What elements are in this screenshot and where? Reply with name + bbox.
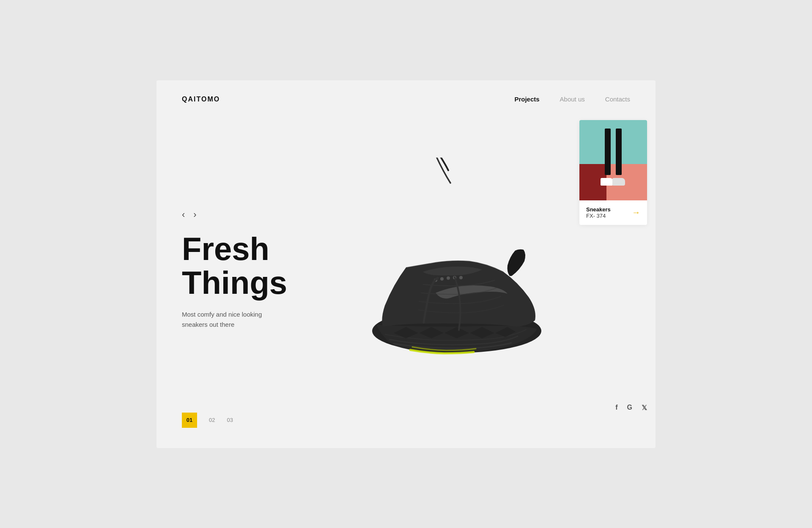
nav-contacts[interactable]: Contacts: [605, 96, 630, 103]
product-card[interactable]: Sneakers FX- 374 →: [579, 120, 647, 225]
shoe-display-area: [334, 103, 579, 437]
nav-about[interactable]: About us: [560, 96, 585, 103]
logo: QAITOMO: [182, 96, 220, 103]
hero-description: Most comfy and nice looking sneakers out…: [182, 309, 283, 330]
prev-arrow[interactable]: ‹: [182, 210, 185, 219]
carousel-arrows: ‹ ›: [182, 210, 334, 219]
header: QAITOMO Projects About us Contacts: [156, 80, 656, 103]
product-card-image: [579, 120, 647, 200]
product-card-model: FX- 374: [586, 213, 611, 219]
nav-projects[interactable]: Projects: [514, 96, 539, 103]
left-panel: ‹ › FreshThings Most comfy and nice look…: [156, 103, 334, 437]
social-icons: f G 𝕏: [615, 404, 647, 420]
card-figure: [601, 129, 626, 183]
navigation: Projects About us Contacts: [514, 96, 630, 103]
leg-right: [616, 129, 622, 175]
svg-point-3: [447, 276, 450, 279]
product-card-text: Sneakers FX- 374: [586, 206, 611, 219]
shoe-image: [351, 157, 562, 362]
main-content: ‹ › FreshThings Most comfy and nice look…: [156, 103, 656, 437]
right-panel: Sneakers FX- 374 → f G 𝕏: [579, 103, 656, 437]
product-card-info: Sneakers FX- 374 →: [579, 200, 647, 225]
product-card-name: Sneakers: [586, 206, 611, 213]
shoe-right: [612, 178, 625, 186]
next-arrow[interactable]: ›: [193, 210, 196, 219]
svg-point-5: [459, 276, 463, 279]
facebook-icon[interactable]: f: [615, 404, 617, 411]
shoe-left: [601, 178, 613, 186]
twitter-icon[interactable]: 𝕏: [642, 404, 647, 412]
product-card-arrow[interactable]: →: [632, 208, 640, 217]
hero-title: FreshThings: [182, 232, 334, 300]
leg-left: [605, 129, 611, 175]
google-icon[interactable]: G: [627, 404, 632, 411]
page-wrapper: QAITOMO Projects About us Contacts ‹ › F…: [156, 80, 656, 448]
svg-point-2: [440, 277, 444, 280]
